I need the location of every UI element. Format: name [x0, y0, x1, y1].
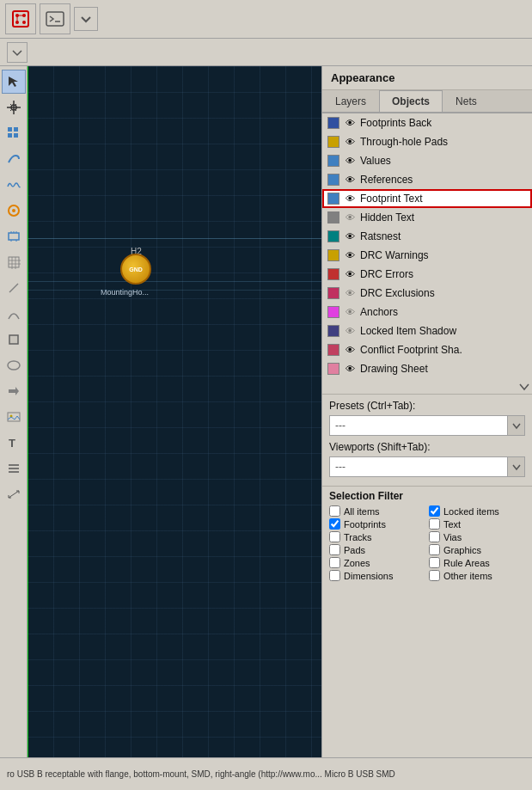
eye-icon-ratsnest[interactable]: 👁 [343, 230, 357, 243]
filter-all-items-checkbox[interactable] [329, 505, 340, 517]
obj-item-locked-item-shadow[interactable]: 👁 Locked Item Shadow [322, 322, 532, 340]
filter-dimensions[interactable]: Dimensions [329, 570, 425, 581]
filter-zones[interactable]: Zones [329, 557, 425, 568]
eye-icon-through-hole-pads[interactable]: 👁 [343, 135, 357, 149]
circle-tool-btn[interactable] [2, 199, 26, 223]
filter-pads[interactable]: Pads [329, 544, 425, 555]
list-tool-btn[interactable] [2, 456, 26, 481]
cursor-tool-btn[interactable] [2, 70, 26, 94]
filter-locked-items[interactable]: Locked items [429, 505, 525, 517]
arrow-tool-btn[interactable] [2, 379, 26, 403]
obj-item-drc-exclusions[interactable]: 👁 DRC Exclusions [322, 284, 532, 303]
objects-list[interactable]: 👁 Footprints Back 👁 Through-hole Pads 👁 … [322, 113, 532, 380]
line-tool-btn[interactable] [2, 276, 26, 300]
obj-item-footprint-text[interactable]: 👁 Footprint Text [322, 189, 532, 208]
arc-tool-btn[interactable] [2, 302, 26, 326]
eye-icon-footprints-back[interactable]: 👁 [343, 116, 357, 130]
dropdown2-btn[interactable] [7, 42, 28, 63]
svg-text:T: T [9, 437, 15, 450]
filter-rule-areas[interactable]: Rule Areas [429, 557, 525, 568]
ellipse-tool-btn[interactable] [2, 353, 26, 377]
eye-icon-drc-errors[interactable]: 👁 [343, 267, 357, 281]
obj-item-hidden-text[interactable]: 👁 Hidden Text [322, 208, 532, 227]
obj-item-drc-warnings[interactable]: 👁 DRC Warnings [322, 246, 532, 265]
obj-item-references[interactable]: 👁 References [322, 170, 532, 189]
filter-vias[interactable]: Vias [429, 531, 525, 542]
eye-icon-drc-exclusions[interactable]: 👁 [343, 286, 357, 300]
crosshair-tool-btn[interactable] [2, 95, 26, 119]
filter-footprints[interactable]: Footprints [329, 518, 425, 530]
obj-item-drc-errors[interactable]: 👁 DRC Errors [322, 265, 532, 284]
obj-item-anchors[interactable]: 👁 Anchors [322, 303, 532, 322]
filter-text-checkbox[interactable] [429, 518, 440, 530]
filter-text[interactable]: Text [429, 518, 525, 530]
filter-graphics[interactable]: Graphics [429, 544, 525, 555]
filter-pads-checkbox[interactable] [329, 544, 340, 555]
svg-point-22 [12, 209, 15, 212]
component-tool-btn[interactable] [2, 224, 26, 248]
filter-dimensions-checkbox[interactable] [329, 570, 340, 581]
square-icon [7, 333, 21, 346]
obj-label-footprint-text: Footprint Text [360, 193, 527, 205]
presets-dropdown[interactable]: --- [329, 415, 525, 436]
top-toolbar [0, 0, 532, 39]
eye-icon-references[interactable]: 👁 [343, 173, 357, 187]
filter-vias-checkbox[interactable] [429, 531, 440, 542]
tab-layers[interactable]: Layers [322, 90, 379, 112]
presets-section: Presets (Ctrl+Tab): --- Viewports (Shift… [322, 394, 532, 486]
wave-tool-btn[interactable] [2, 173, 26, 197]
filter-other-items[interactable]: Other items [429, 570, 525, 581]
measure-tool-btn[interactable] [2, 482, 26, 506]
eye-icon-hidden-text[interactable]: 👁 [343, 211, 357, 224]
filter-tracks[interactable]: Tracks [329, 531, 425, 542]
tab-nets[interactable]: Nets [443, 90, 490, 112]
eye-icon-footprint-text[interactable]: 👁 [343, 192, 357, 205]
obj-item-through-hole-pads[interactable]: 👁 Through-hole Pads [322, 132, 532, 151]
chevron-down-icon [79, 12, 93, 26]
svg-line-14 [15, 104, 16, 105]
scroll-down-icon [518, 381, 530, 393]
viewports-dropdown[interactable]: --- [329, 456, 525, 477]
arrow-icon [7, 384, 21, 398]
obj-item-ratsnest[interactable]: 👁 Ratsnest [322, 227, 532, 246]
image-tool-btn[interactable] [2, 405, 26, 429]
filter-zones-checkbox[interactable] [329, 557, 340, 568]
grid-tool-btn[interactable] [2, 121, 26, 145]
v-green-line [28, 66, 28, 790]
filter-graphics-checkbox[interactable] [429, 544, 440, 555]
hatch-icon [7, 255, 21, 269]
arc-icon [7, 307, 21, 321]
eye-icon-locked-item-shadow[interactable]: 👁 [343, 324, 357, 338]
filter-rule-areas-checkbox[interactable] [429, 557, 440, 568]
presets-dropdown-arrow[interactable] [507, 416, 524, 435]
hatch-tool-btn[interactable] [2, 250, 26, 274]
obj-item-drawing-sheet[interactable]: 👁 Drawing Sheet [322, 359, 532, 378]
obj-label-anchors: Anchors [360, 306, 527, 318]
obj-item-footprints-back[interactable]: 👁 Footprints Back [322, 113, 532, 132]
wire-tool-btn[interactable] [2, 147, 26, 171]
eye-icon-drc-warnings[interactable]: 👁 [343, 248, 357, 262]
terminal-icon-btn[interactable] [40, 3, 70, 34]
eye-icon-values[interactable]: 👁 [343, 154, 357, 168]
filter-footprints-checkbox[interactable] [329, 518, 340, 530]
obj-item-conflict-footprint-shadow[interactable]: 👁 Conflict Footprint Sha. [322, 340, 532, 359]
square-tool-btn[interactable] [2, 328, 26, 352]
color-swatch-anchors [327, 306, 339, 318]
text-tool-btn[interactable]: T [2, 431, 26, 455]
component-circle[interactable]: GND [120, 254, 151, 285]
filter-dimensions-label: Dimensions [344, 571, 393, 581]
dropdown-btn[interactable] [74, 7, 98, 31]
obj-item-values[interactable]: 👁 Values [322, 151, 532, 170]
main-area: T H2 [0, 66, 532, 790]
eye-icon-conflict-footprint[interactable]: 👁 [343, 343, 357, 357]
viewports-dropdown-arrow[interactable] [507, 457, 524, 476]
eye-icon-drawing-sheet[interactable]: 👁 [343, 362, 357, 376]
filter-locked-items-checkbox[interactable] [429, 505, 440, 517]
eye-icon-anchors[interactable]: 👁 [343, 305, 357, 319]
filter-tracks-checkbox[interactable] [329, 531, 340, 542]
pcb-icon-btn[interactable] [5, 3, 36, 34]
filter-all-items[interactable]: All items [329, 505, 425, 517]
canvas-area[interactable]: H2 GND MountingHo... [28, 66, 321, 790]
tab-objects[interactable]: Objects [379, 90, 443, 112]
filter-other-items-checkbox[interactable] [429, 570, 440, 581]
